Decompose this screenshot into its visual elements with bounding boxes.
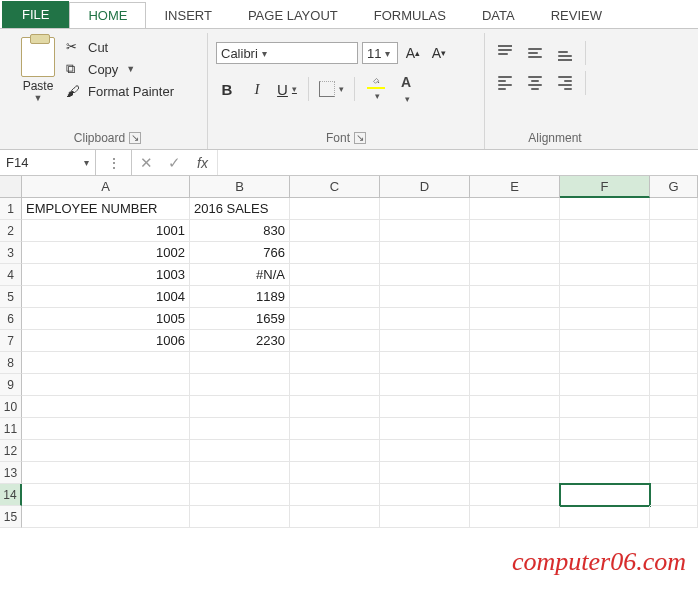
name-box-resize[interactable]: ⋮ [96, 150, 132, 175]
row-header[interactable]: 15 [0, 506, 22, 528]
cell[interactable] [650, 330, 698, 352]
cell[interactable] [560, 198, 650, 220]
cell[interactable]: EMPLOYEE NUMBER [22, 198, 190, 220]
cell[interactable] [22, 484, 190, 506]
cell[interactable] [290, 242, 380, 264]
dialog-launcher-icon[interactable]: ↘ [129, 132, 141, 144]
cell[interactable] [650, 198, 698, 220]
cut-button[interactable]: Cut [66, 39, 174, 55]
cell[interactable] [290, 352, 380, 374]
cell[interactable] [380, 220, 470, 242]
cell[interactable] [650, 286, 698, 308]
cell[interactable] [290, 440, 380, 462]
decrease-font-button[interactable]: A▾ [428, 42, 450, 64]
cell[interactable] [290, 462, 380, 484]
cell[interactable] [470, 264, 560, 286]
cell[interactable] [290, 506, 380, 528]
row-header[interactable]: 5 [0, 286, 22, 308]
cell[interactable] [380, 440, 470, 462]
cell[interactable] [290, 308, 380, 330]
cell[interactable] [380, 308, 470, 330]
row-header[interactable]: 10 [0, 396, 22, 418]
col-header-d[interactable]: D [380, 176, 470, 198]
cell[interactable] [290, 484, 380, 506]
cell[interactable] [650, 352, 698, 374]
col-header-c[interactable]: C [290, 176, 380, 198]
cell[interactable] [470, 242, 560, 264]
cell[interactable] [22, 374, 190, 396]
cell[interactable] [560, 506, 650, 528]
cell[interactable] [190, 506, 290, 528]
cell[interactable] [380, 264, 470, 286]
name-box[interactable]: F14 ▾ [0, 150, 96, 175]
insert-function-button[interactable]: fx [188, 150, 218, 175]
cell[interactable]: 1004 [22, 286, 190, 308]
cell[interactable]: 1189 [190, 286, 290, 308]
cell[interactable]: 1002 [22, 242, 190, 264]
col-header-e[interactable]: E [470, 176, 560, 198]
cell[interactable] [650, 418, 698, 440]
borders-button[interactable]: ▾ [319, 77, 344, 101]
cell[interactable] [190, 418, 290, 440]
align-right-button[interactable] [553, 71, 577, 95]
row-header[interactable]: 4 [0, 264, 22, 286]
cell[interactable] [650, 374, 698, 396]
row-header[interactable]: 6 [0, 308, 22, 330]
cell[interactable] [470, 330, 560, 352]
row-header[interactable]: 1 [0, 198, 22, 220]
row-header[interactable]: 11 [0, 418, 22, 440]
cancel-formula-button[interactable]: ✕ [132, 150, 160, 175]
cell[interactable] [380, 374, 470, 396]
cell[interactable]: 1005 [22, 308, 190, 330]
cell[interactable] [290, 264, 380, 286]
cell[interactable] [470, 308, 560, 330]
grid-body[interactable]: EMPLOYEE NUMBER2016 SALES100183010027661… [22, 198, 698, 528]
cell[interactable] [560, 374, 650, 396]
underline-button[interactable]: U▾ [276, 77, 298, 101]
font-color-button[interactable]: A ▾ [395, 77, 417, 101]
align-top-button[interactable] [493, 41, 517, 65]
cell[interactable]: 830 [190, 220, 290, 242]
cell[interactable]: 2016 SALES [190, 198, 290, 220]
increase-font-button[interactable]: A▴ [402, 42, 424, 64]
cell[interactable] [380, 462, 470, 484]
cell[interactable]: 1006 [22, 330, 190, 352]
tab-data[interactable]: DATA [464, 3, 533, 28]
format-painter-button[interactable]: Format Painter [66, 83, 174, 99]
italic-button[interactable]: I [246, 77, 268, 101]
cell[interactable] [650, 462, 698, 484]
row-header[interactable]: 12 [0, 440, 22, 462]
cell[interactable] [470, 506, 560, 528]
align-left-button[interactable] [493, 71, 517, 95]
cell[interactable] [380, 330, 470, 352]
cell[interactable] [190, 374, 290, 396]
accept-formula-button[interactable]: ✓ [160, 150, 188, 175]
cell[interactable]: #N/A [190, 264, 290, 286]
cell[interactable] [560, 330, 650, 352]
cell[interactable] [560, 220, 650, 242]
cell[interactable] [560, 484, 650, 506]
cell[interactable] [22, 440, 190, 462]
cell[interactable] [650, 506, 698, 528]
cell[interactable] [650, 242, 698, 264]
dialog-launcher-icon[interactable]: ↘ [354, 132, 366, 144]
tab-home[interactable]: HOME [69, 2, 146, 28]
cell[interactable] [380, 506, 470, 528]
cell[interactable] [290, 374, 380, 396]
paste-button[interactable]: Paste ▼ [16, 35, 60, 129]
font-size-combo[interactable]: 11 ▾ [362, 42, 398, 64]
col-header-f[interactable]: F [560, 176, 650, 198]
cell[interactable] [22, 418, 190, 440]
cell[interactable] [560, 440, 650, 462]
cell[interactable] [290, 330, 380, 352]
cell[interactable] [560, 418, 650, 440]
cell[interactable] [470, 484, 560, 506]
cell[interactable] [380, 418, 470, 440]
align-middle-button[interactable] [523, 41, 547, 65]
copy-button[interactable]: Copy ▼ [66, 61, 174, 77]
cell[interactable] [380, 352, 470, 374]
cell[interactable] [190, 440, 290, 462]
cell[interactable] [22, 352, 190, 374]
cell[interactable] [290, 198, 380, 220]
cell[interactable] [560, 286, 650, 308]
